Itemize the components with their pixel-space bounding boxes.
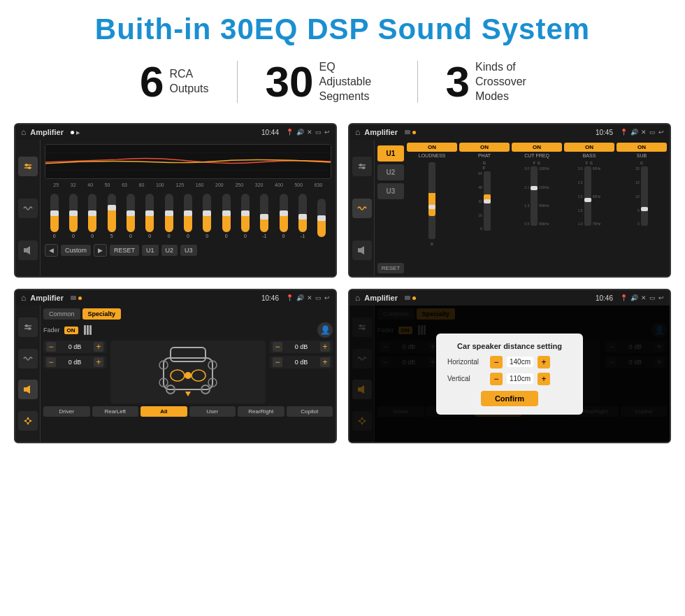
back-icon-4[interactable]: ↩ — [658, 294, 664, 301]
eq-u3-btn[interactable]: U3 — [180, 245, 197, 256]
status-bar-2: ⌂ Amplifier 10:45 📍 🔊 ✕ ▭ ↩ — [349, 124, 670, 140]
slider-track-5[interactable] — [127, 194, 135, 232]
back-icon-3[interactable]: ↩ — [324, 294, 330, 301]
back-icon-1[interactable]: ↩ — [324, 129, 330, 136]
sidebar-speaker-btn-3[interactable] — [18, 380, 38, 399]
fader-driver-btn[interactable]: Driver — [43, 406, 90, 417]
ch-on-sub[interactable]: ON — [616, 143, 667, 152]
svg-point-2 — [25, 164, 28, 166]
sidebar-wave-btn-3[interactable] — [18, 349, 38, 368]
freq-125: 125 — [175, 182, 184, 187]
dialog-horizontal-minus[interactable]: − — [490, 356, 503, 368]
fader-on-badge[interactable]: ON — [64, 327, 78, 334]
slider-track-13[interactable] — [280, 194, 288, 232]
status-dots-3 — [71, 296, 82, 300]
slider-track-10[interactable] — [222, 194, 231, 232]
dot-menu-3 — [71, 296, 76, 300]
fader-plus-3[interactable]: + — [320, 342, 330, 352]
eq-u2-btn[interactable]: U2 — [161, 245, 178, 256]
sidebar-arrows-btn-3[interactable] — [18, 411, 38, 431]
slider-track-7[interactable] — [165, 194, 173, 232]
fader-minus-4[interactable]: − — [273, 357, 282, 367]
fader-all-btn[interactable]: All — [140, 406, 187, 417]
eq-u1-btn[interactable]: U1 — [142, 245, 159, 256]
sidebar-eq-btn-3[interactable] — [18, 317, 38, 337]
stat-crossover-label: Kinds ofCrossover Modes — [475, 60, 545, 103]
location-icon-4: 📍 — [620, 294, 628, 301]
eq-custom-btn[interactable]: Custom — [61, 245, 91, 256]
fader-user-btn[interactable]: User — [189, 406, 236, 417]
fader-tab-specialty[interactable]: Specialty — [82, 308, 122, 320]
freq-50: 50 — [105, 182, 110, 187]
dialog-horizontal-plus[interactable]: + — [538, 356, 550, 368]
slider-track-9[interactable] — [203, 194, 211, 232]
fader-tab-common[interactable]: Common — [43, 308, 80, 320]
back-icon-2[interactable]: ↩ — [658, 129, 664, 136]
sidebar-wave-btn[interactable] — [18, 199, 38, 218]
eq-next-btn[interactable]: ▶ — [94, 244, 107, 257]
slider-val-13: 0 — [282, 234, 285, 238]
cross-u2-btn[interactable]: U2 — [377, 164, 404, 180]
cross-reset-btn[interactable]: RESET — [377, 263, 404, 273]
home-icon-4[interactable]: ⌂ — [355, 293, 360, 303]
fader-db-val-3: 0 dB — [284, 343, 319, 350]
ch-label-loudness: LOUDNESS — [419, 153, 446, 158]
sidebar-eq-btn[interactable] — [18, 157, 38, 176]
cross-u3-btn[interactable]: U3 — [377, 183, 404, 199]
svg-marker-22 — [27, 417, 29, 420]
sidebar-speaker-btn[interactable] — [18, 241, 38, 260]
slider-track-3[interactable] — [88, 194, 96, 232]
sidebar-wave-btn-2[interactable] — [352, 199, 372, 218]
slider-track-8[interactable] — [184, 194, 192, 232]
dialog-vertical-plus[interactable]: + — [538, 373, 550, 385]
fader-rearleft-btn[interactable]: RearLeft — [92, 406, 139, 417]
freq-80: 80 — [139, 182, 145, 187]
slider-track-12[interactable] — [260, 194, 268, 232]
slider-val-9: 0 — [206, 234, 208, 238]
sidebar-eq-btn-2[interactable] — [352, 157, 372, 176]
dialog-screen-content: Common Specialty Fader ON 👤 — [349, 306, 670, 442]
slider-track-14[interactable] — [298, 194, 307, 232]
volume-icon-1: 🔊 — [296, 129, 304, 136]
fader-db-val-2: 0 dB — [57, 359, 92, 366]
fader-profile-icon: 👤 — [317, 322, 333, 338]
slider-track-4[interactable] — [108, 194, 116, 232]
dialog-vertical-minus[interactable]: − — [490, 373, 503, 385]
fader-minus-1[interactable]: − — [46, 342, 56, 352]
eq-prev-btn[interactable]: ◀ — [45, 244, 58, 257]
eq-reset-btn[interactable]: RESET — [110, 245, 139, 256]
slider-track-15[interactable] — [317, 199, 326, 237]
app-name-2: Amplifier — [364, 128, 398, 136]
freq-63: 63 — [122, 182, 127, 187]
close-icon-2: ✕ — [641, 129, 647, 136]
fader-minus-3[interactable]: − — [273, 342, 282, 352]
home-icon-3[interactable]: ⌂ — [21, 293, 26, 303]
ch-on-bass[interactable]: ON — [564, 143, 614, 152]
fader-plus-1[interactable]: + — [94, 342, 103, 352]
fader-plus-4[interactable]: + — [320, 357, 330, 367]
fader-copilot-btn[interactable]: Copilot — [287, 406, 333, 417]
time-3: 10:46 — [261, 294, 279, 302]
freq-500: 500 — [294, 182, 303, 187]
location-icon-2: 📍 — [620, 129, 628, 136]
fader-rearright-btn[interactable]: RearRight — [238, 406, 284, 417]
volume-icon-4: 🔊 — [630, 294, 638, 301]
slider-track-6[interactable] — [145, 194, 154, 232]
dialog-confirm-button[interactable]: Confirm — [481, 391, 538, 406]
home-icon-1[interactable]: ⌂ — [21, 127, 26, 137]
home-icon-2[interactable]: ⌂ — [355, 127, 360, 137]
cross-u1-btn[interactable]: U1 — [377, 145, 404, 162]
ch-on-phat[interactable]: ON — [459, 143, 510, 152]
stats-row: 6 RCAOutputs 30 EQ AdjustableSegments 3 … — [0, 53, 685, 116]
slider-track-2[interactable] — [69, 194, 78, 232]
sidebar-speaker-btn-2[interactable] — [352, 241, 372, 260]
slider-track-1[interactable] — [50, 194, 59, 232]
fader-plus-2[interactable]: + — [94, 357, 103, 367]
slider-col-12: -1 — [260, 194, 268, 238]
fader-minus-2[interactable]: − — [46, 357, 56, 367]
slider-col-10: 0 — [222, 194, 231, 238]
ch-on-loudness[interactable]: ON — [407, 143, 457, 152]
slider-track-11[interactable] — [241, 194, 250, 232]
svg-point-12 — [359, 164, 362, 166]
ch-on-cutfreq[interactable]: ON — [512, 143, 562, 152]
